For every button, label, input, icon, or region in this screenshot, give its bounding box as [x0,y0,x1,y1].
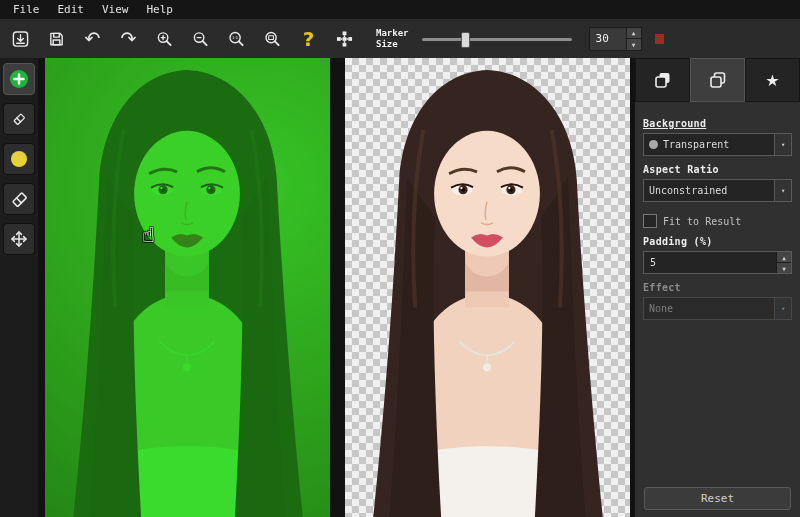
node-graph-icon [336,30,353,48]
main-area: ☝ [0,58,800,517]
tab-result-settings[interactable] [690,58,745,102]
canvas-area: ☝ [38,58,635,517]
green-marker-overlay-tint [45,58,330,517]
spin-up-icon[interactable]: ▲ [777,252,791,262]
panel-body: Background Transparent ▾ Aspect Ratio Un… [635,102,800,320]
chevron-down-icon[interactable]: ▾ [774,134,791,155]
zoom-actual-button[interactable]: 1:1 [222,24,251,53]
question-mark-icon: ? [303,29,315,49]
tab-favorites[interactable]: ★ [745,58,800,102]
move-arrows-icon [10,230,28,248]
help-button[interactable]: ? [294,24,323,53]
marker-size-label: Marker Size [376,28,409,50]
marker-erase-tool[interactable] [3,103,35,135]
svg-text:1:1: 1:1 [232,35,238,40]
fit-to-result-row: Fit to Result [643,214,792,228]
tab-layers[interactable] [635,58,690,102]
redo-button[interactable]: ↷ [114,24,143,53]
effect-select: None ▾ [643,297,792,320]
pan-tool[interactable] [3,223,35,255]
zoom-fit-icon [264,30,281,48]
eraser-tool[interactable] [3,183,35,215]
eraser-icon [11,111,27,127]
marker-size-slider[interactable] [422,32,572,46]
process-button[interactable] [330,24,359,53]
yellow-circle-icon [10,150,28,168]
result-image [345,58,630,517]
star-icon: ★ [765,71,779,90]
panel-tabs: ★ [635,58,800,102]
undo-button[interactable]: ↶ [78,24,107,53]
undo-icon: ↶ [85,29,101,48]
menu-bar: File Edit View Help [0,0,800,19]
spin-up-icon[interactable]: ▲ [627,28,641,39]
save-icon [48,30,65,48]
effect-value: None [649,303,769,314]
background-marker-tool[interactable] [3,143,35,175]
save-button[interactable] [42,24,71,53]
green-plus-circle-icon [9,69,29,89]
background-select[interactable]: Transparent ▾ [643,133,792,156]
spin-down-icon[interactable]: ▼ [777,262,791,273]
chevron-down-icon[interactable]: ▾ [774,180,791,201]
input-image-view[interactable]: ☝ [45,58,330,517]
zoom-in-button[interactable] [150,24,179,53]
hand-cursor: ☝ [142,223,155,247]
overlap-squares-icon [709,71,727,89]
tool-sidebar [0,58,38,517]
padding-value[interactable]: 5 [644,252,776,273]
marker-size-slider-handle[interactable] [461,32,470,48]
fit-to-result-checkbox[interactable] [643,214,657,228]
padding-label: Padding (%) [643,236,792,247]
zoom-fit-button[interactable] [258,24,287,53]
slider-track [422,38,572,41]
spin-arrows: ▲ ▼ [776,252,791,273]
import-button[interactable] [6,24,35,53]
transparent-swatch-icon [649,140,658,149]
background-value: Transparent [663,139,769,150]
menu-view[interactable]: View [93,2,138,17]
marker-color-indicator [655,34,664,44]
fit-to-result-label: Fit to Result [663,216,741,227]
chevron-down-icon: ▾ [774,298,791,319]
foreground-marker-tool[interactable] [3,63,35,95]
aspect-ratio-select[interactable]: Unconstrained ▾ [643,179,792,202]
zoom-1-1-icon: 1:1 [228,30,245,48]
app-window: File Edit View Help ↶ ↷ [0,0,800,517]
zoom-in-icon [156,30,173,48]
settings-panel: ★ Background Transparent ▾ Aspect Ratio … [635,58,800,517]
padding-input[interactable]: 5 ▲ ▼ [643,251,792,274]
menu-edit[interactable]: Edit [49,2,94,17]
redo-icon: ↷ [121,29,137,48]
spin-down-icon[interactable]: ▼ [627,38,641,50]
overlap-squares-icon [654,71,672,89]
reset-button[interactable]: Reset [644,487,791,510]
import-icon [12,30,29,48]
zoom-out-icon [192,30,209,48]
menu-file[interactable]: File [4,2,49,17]
marker-size-value[interactable]: 30 [590,28,626,50]
aspect-ratio-value: Unconstrained [649,185,769,196]
effect-label: Effect [643,282,792,293]
background-label: Background [643,118,792,129]
result-image-view[interactable] [345,58,630,517]
marker-size-spinbox[interactable]: 30 ▲ ▼ [589,27,642,51]
aspect-ratio-label: Aspect Ratio [643,164,792,175]
spin-arrows: ▲ ▼ [626,28,641,50]
eraser-icon [10,190,29,209]
zoom-out-button[interactable] [186,24,215,53]
menu-help[interactable]: Help [138,2,183,17]
toolbar: ↶ ↷ 1:1 [0,19,800,59]
